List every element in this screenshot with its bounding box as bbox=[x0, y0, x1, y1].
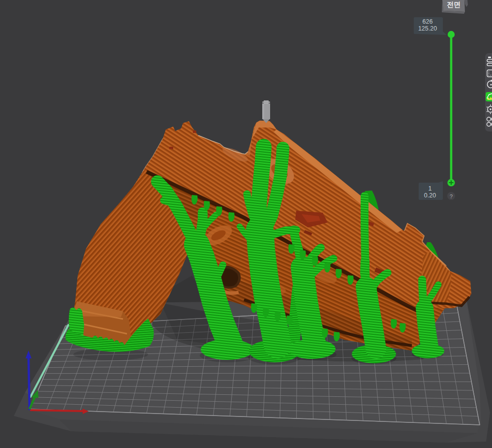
svg-text:0.20: 0.20 bbox=[424, 192, 436, 199]
svg-text:626: 626 bbox=[423, 18, 433, 25]
svg-text:125.20: 125.20 bbox=[418, 25, 437, 32]
svg-text:1: 1 bbox=[429, 185, 432, 192]
svg-text:?: ? bbox=[450, 193, 453, 199]
svg-text:전면: 전면 bbox=[447, 0, 461, 8]
